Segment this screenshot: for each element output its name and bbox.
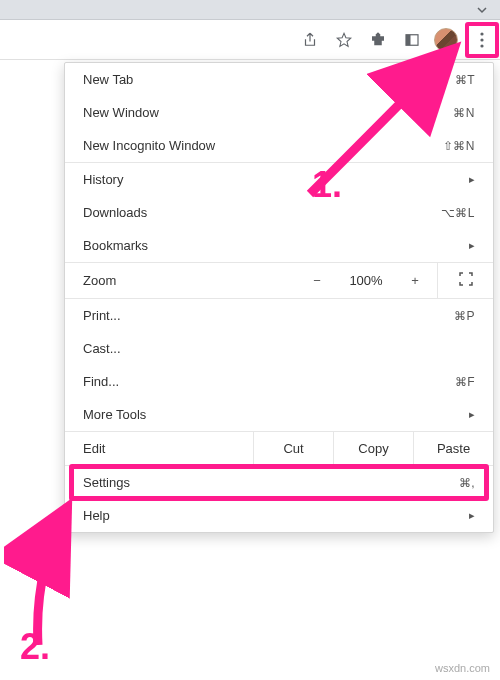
svg-point-3 bbox=[480, 38, 483, 41]
menu-label: Find... bbox=[83, 374, 455, 389]
menu-history[interactable]: History ▸ bbox=[65, 163, 493, 196]
extensions-icon[interactable] bbox=[366, 28, 390, 52]
kebab-menu-button[interactable] bbox=[468, 25, 496, 55]
menu-label: Bookmarks bbox=[83, 238, 457, 253]
menu-new-window[interactable]: New Window ⌘N bbox=[65, 96, 493, 129]
menu-label: New Tab bbox=[83, 72, 455, 87]
menu-cast[interactable]: Cast... bbox=[65, 332, 493, 365]
menu-shortcut: ⌘F bbox=[455, 375, 475, 389]
submenu-arrow-icon: ▸ bbox=[465, 173, 475, 186]
menu-label: Settings bbox=[83, 475, 459, 490]
menu-label: Cast... bbox=[83, 341, 475, 356]
profile-avatar[interactable] bbox=[434, 28, 458, 52]
menu-edit-row: Edit Cut Copy Paste bbox=[65, 432, 493, 465]
svg-rect-1 bbox=[406, 34, 411, 45]
menu-print[interactable]: Print... ⌘P bbox=[65, 299, 493, 332]
zoom-in-button[interactable]: + bbox=[393, 264, 437, 297]
menu-label: Zoom bbox=[65, 264, 295, 297]
menu-downloads[interactable]: Downloads ⌥⌘L bbox=[65, 196, 493, 229]
star-icon[interactable] bbox=[332, 28, 356, 52]
menu-shortcut: ⇧⌘N bbox=[443, 139, 475, 153]
fullscreen-button[interactable] bbox=[437, 263, 493, 298]
menu-more-tools[interactable]: More Tools ▸ bbox=[65, 398, 493, 431]
menu-shortcut: ⌘T bbox=[455, 73, 475, 87]
edit-paste-button[interactable]: Paste bbox=[413, 432, 493, 465]
menu-new-incognito[interactable]: New Incognito Window ⇧⌘N bbox=[65, 129, 493, 162]
menu-label: History bbox=[83, 172, 457, 187]
menu-new-tab[interactable]: New Tab ⌘T bbox=[65, 63, 493, 96]
menu-label: Print... bbox=[83, 308, 454, 323]
menu-help[interactable]: Help ▸ bbox=[65, 499, 493, 532]
svg-point-4 bbox=[480, 44, 483, 47]
submenu-arrow-icon: ▸ bbox=[465, 239, 475, 252]
submenu-arrow-icon: ▸ bbox=[465, 408, 475, 421]
tab-strip bbox=[0, 0, 500, 20]
zoom-controls: − 100% + bbox=[295, 263, 493, 298]
edit-cut-button[interactable]: Cut bbox=[253, 432, 333, 465]
menu-settings[interactable]: Settings ⌘, bbox=[65, 466, 493, 499]
watermark: wsxdn.com bbox=[435, 662, 490, 674]
zoom-value: 100% bbox=[339, 264, 393, 297]
menu-label: Downloads bbox=[83, 205, 441, 220]
menu-zoom-row: Zoom − 100% + bbox=[65, 263, 493, 298]
zoom-out-button[interactable]: − bbox=[295, 264, 339, 297]
menu-label: New Incognito Window bbox=[83, 138, 443, 153]
menu-find[interactable]: Find... ⌘F bbox=[65, 365, 493, 398]
menu-shortcut: ⌘, bbox=[459, 476, 475, 490]
chrome-menu: New Tab ⌘T New Window ⌘N New Incognito W… bbox=[64, 62, 494, 533]
share-icon[interactable] bbox=[298, 28, 322, 52]
menu-label: More Tools bbox=[83, 407, 457, 422]
menu-bookmarks[interactable]: Bookmarks ▸ bbox=[65, 229, 493, 262]
menu-shortcut: ⌘N bbox=[453, 106, 475, 120]
browser-toolbar bbox=[0, 20, 500, 60]
menu-label: New Window bbox=[83, 105, 453, 120]
svg-point-2 bbox=[480, 32, 483, 35]
sidepanel-icon[interactable] bbox=[400, 28, 424, 52]
submenu-arrow-icon: ▸ bbox=[465, 509, 475, 522]
tab-chevron-icon[interactable] bbox=[476, 4, 488, 19]
menu-shortcut: ⌘P bbox=[454, 309, 475, 323]
edit-copy-button[interactable]: Copy bbox=[333, 432, 413, 465]
menu-label: Help bbox=[83, 508, 457, 523]
annotation-number-2: 2. bbox=[20, 626, 50, 668]
menu-shortcut: ⌥⌘L bbox=[441, 206, 475, 220]
menu-label: Edit bbox=[65, 432, 253, 465]
